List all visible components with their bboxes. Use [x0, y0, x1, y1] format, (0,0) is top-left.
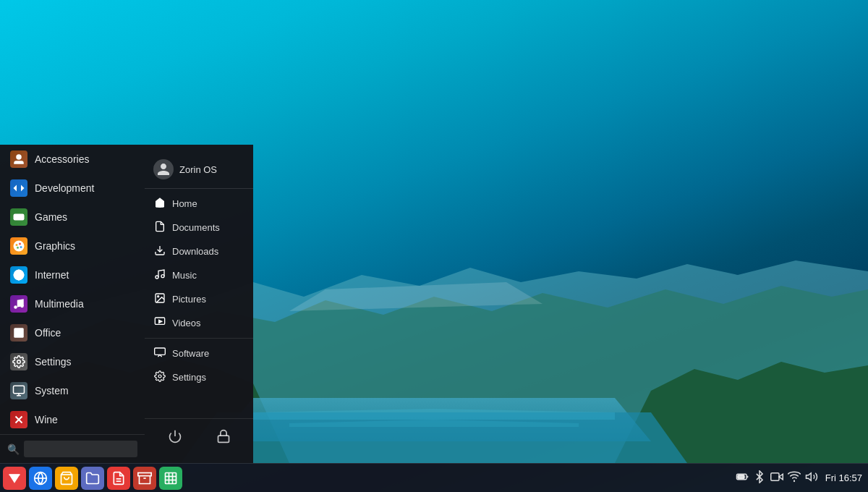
home-icon [153, 197, 166, 211]
svg-rect-18 [14, 386, 25, 394]
graphics-label: Graphics [35, 240, 75, 252]
avatar [153, 159, 174, 179]
games-label: Games [35, 211, 67, 223]
taskbar-left [0, 467, 185, 490]
power-button[interactable] [165, 426, 185, 450]
svg-point-13 [20, 305, 24, 308]
internet-label: Internet [35, 269, 69, 281]
svg-point-12 [14, 305, 17, 309]
wine-icon [10, 411, 27, 428]
menu-category-office[interactable]: Office [0, 318, 145, 347]
network-icon[interactable] [788, 470, 801, 486]
menu-right-panel: Zorin OS Home Documents Downloads Music … [145, 145, 253, 463]
svg-rect-49 [738, 475, 744, 478]
svg-rect-50 [770, 472, 778, 480]
volume-icon[interactable] [805, 470, 818, 486]
settings-label: Settings [35, 356, 72, 368]
menu-place-pictures[interactable]: Pictures [145, 287, 253, 311]
svg-point-8 [19, 243, 21, 245]
taskbar-files-button[interactable] [81, 467, 104, 490]
svg-point-24 [156, 276, 158, 279]
graphics-icon [10, 237, 27, 255]
svg-point-0 [16, 154, 22, 160]
pictures-icon [153, 292, 166, 306]
search-input[interactable] [24, 441, 137, 457]
lock-button[interactable] [213, 426, 234, 450]
taskbar-store-button[interactable] [55, 467, 78, 490]
downloads-label: Downloads [172, 246, 218, 257]
svg-point-9 [20, 246, 22, 248]
menu-place-videos[interactable]: Videos [145, 311, 253, 335]
svg-rect-33 [218, 436, 229, 442]
menu-place-documents[interactable]: Documents [145, 216, 253, 239]
menu-place-downloads[interactable]: Downloads [145, 239, 253, 263]
svg-rect-41 [138, 472, 151, 475]
menu-category-development[interactable]: Development [0, 174, 145, 203]
menu-actions: Software Settings [145, 342, 253, 389]
development-label: Development [35, 182, 95, 194]
games-icon [10, 208, 27, 226]
svg-point-5 [22, 217, 23, 219]
documents-icon [153, 221, 166, 234]
taskbar-right: Fri 16:57 [730, 470, 868, 486]
menu-place-home[interactable]: Home [145, 192, 253, 216]
bluetooth-icon[interactable] [753, 470, 766, 486]
taskbar-browser-button[interactable] [29, 467, 52, 490]
menu-category-settings[interactable]: Settings [0, 347, 145, 376]
svg-point-51 [793, 480, 795, 481]
menu-places: Home Documents Downloads Music Pictures … [145, 192, 253, 335]
menu-user-section: Zorin OS [145, 150, 253, 189]
svg-rect-30 [155, 348, 166, 355]
development-icon [10, 179, 27, 197]
svg-point-7 [16, 244, 18, 246]
taskbar-archive-button[interactable] [133, 467, 156, 490]
office-icon [10, 324, 27, 342]
start-menu: Accessories Development Games Graphics I… [0, 145, 253, 463]
svg-point-31 [158, 375, 161, 378]
music-label: Music [172, 270, 197, 281]
menu-category-graphics[interactable]: Graphics [0, 232, 145, 260]
taskbar-clock: Fri 16:57 [825, 472, 862, 483]
menu-category-games[interactable]: Games [0, 203, 145, 232]
accessories-icon [10, 150, 27, 168]
zorin-start-button[interactable] [3, 467, 26, 490]
svg-marker-29 [159, 320, 162, 323]
menu-category-internet[interactable]: Internet [0, 260, 145, 289]
menu-place-music[interactable]: Music [145, 263, 253, 287]
menu-category-wine[interactable]: Wine [0, 405, 145, 434]
menu-category-multimedia[interactable]: Multimedia [0, 289, 145, 318]
settings-action-icon [153, 370, 166, 384]
settings-action-label: Settings [172, 372, 206, 383]
svg-point-27 [158, 296, 159, 297]
taskbar-text-editor-button[interactable] [107, 467, 130, 490]
svg-point-6 [14, 241, 25, 252]
videos-icon [153, 316, 166, 330]
svg-marker-34 [9, 475, 20, 483]
svg-point-10 [17, 247, 19, 249]
svg-point-25 [161, 275, 164, 278]
internet-icon [10, 266, 27, 284]
camera-icon[interactable] [770, 470, 783, 486]
svg-point-4 [20, 216, 22, 218]
menu-left-wrapper: Accessories Development Games Graphics I… [0, 145, 145, 463]
settings-icon [10, 353, 27, 370]
downloads-icon [153, 245, 166, 258]
taskbar-spreadsheet-button[interactable] [159, 467, 182, 490]
documents-label: Documents [172, 222, 220, 233]
office-label: Office [35, 327, 61, 339]
menu-action-settings[interactable]: Settings [145, 365, 253, 389]
videos-label: Videos [172, 318, 201, 328]
menu-search-bar: 🔍 [0, 434, 145, 463]
menu-category-accessories[interactable]: Accessories [0, 145, 145, 174]
software-action-label: Software [172, 348, 209, 359]
svg-rect-43 [166, 472, 176, 483]
taskbar: Fri 16:57 [0, 463, 868, 492]
multimedia-label: Multimedia [35, 298, 84, 310]
system-label: System [35, 385, 69, 396]
menu-action-software[interactable]: Software [145, 342, 253, 365]
pictures-label: Pictures [172, 294, 206, 305]
battery-icon[interactable] [736, 470, 749, 486]
menu-category-system[interactable]: System [0, 376, 145, 405]
accessories-label: Accessories [35, 153, 89, 165]
wine-label: Wine [35, 414, 58, 425]
